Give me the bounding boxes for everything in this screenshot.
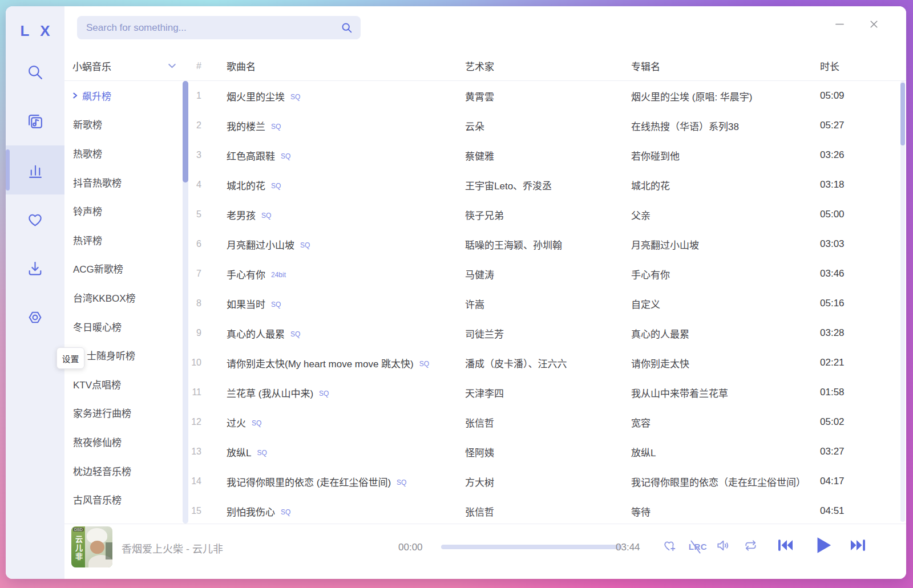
album-name: 我从山中来带着兰花草	[631, 386, 820, 400]
current-time: 00:00	[398, 542, 423, 553]
board-item-label: 熬夜修仙榜	[73, 435, 122, 449]
sidebar-item-settings[interactable]	[6, 293, 64, 342]
table-row[interactable]: 15别怕我伤心SQ张信哲等待04:51	[188, 496, 906, 524]
song-index: 11	[188, 387, 208, 398]
board-item[interactable]: ACG新歌榜	[64, 254, 183, 283]
now-playing-title: 香烟爱上火柴 - 云儿非	[122, 541, 223, 555]
board-item[interactable]: 新歌榜	[64, 110, 183, 139]
artist-name: 司徒兰芳	[465, 326, 631, 340]
board-item[interactable]: 抖音热歌榜	[64, 168, 183, 197]
artist-name: 方大树	[465, 475, 631, 489]
table-row[interactable]: 13放纵LSQ怪阿姨放纵L03:27	[188, 437, 906, 467]
volume-button[interactable]	[716, 538, 731, 553]
duration: 03:27	[820, 446, 906, 457]
song-name: 真心的人最累SQ	[208, 326, 465, 340]
lyrics-button[interactable]: LRC	[688, 540, 708, 553]
songs-scrollbar[interactable]	[900, 81, 905, 522]
sidebar-item-leaderboard[interactable]	[6, 145, 64, 194]
album-art[interactable]: 云儿非 DSD	[71, 526, 112, 567]
column-header-album: 专辑名	[631, 59, 820, 73]
app-logo: L X	[17, 14, 54, 47]
artist-name: 筷子兄弟	[465, 208, 631, 222]
board-item[interactable]: 熬夜修仙榜	[64, 427, 183, 456]
board-item[interactable]: KTV点唱榜	[64, 370, 183, 399]
previous-track-icon	[775, 536, 795, 555]
board-item[interactable]: 铃声榜	[64, 196, 183, 225]
sidebar-item-search[interactable]	[6, 47, 64, 96]
table-row[interactable]: 1烟火里的尘埃SQ黄霄雲烟火里的尘埃 (原唱: 华晨宇)05:09	[188, 81, 906, 111]
minimize-button[interactable]	[832, 17, 847, 31]
song-name: 请你别走太快(My heart move move 跳太快)SQ	[208, 356, 465, 370]
main-area: 小蜗音乐 # 歌曲名 艺术家 专辑名 时长 飙升榜新歌榜热歌榜抖音热歌榜铃声榜热…	[64, 6, 906, 579]
song-name: 手心有你24bit	[208, 267, 465, 281]
music-list-icon	[26, 112, 44, 130]
sidebar-item-music-list[interactable]	[6, 96, 64, 145]
minimize-icon	[834, 19, 845, 30]
song-index: 6	[188, 239, 208, 249]
progress-bar[interactable]	[441, 545, 622, 549]
song-index: 10	[188, 358, 208, 368]
sidebar-item-download[interactable]	[6, 244, 64, 293]
content-body: 飙升榜新歌榜热歌榜抖音热歌榜铃声榜热评榜ACG新歌榜台湾KKBOX榜冬日暖心榜士…	[64, 81, 906, 524]
song-name: 兰花草 (我从山中来)SQ	[208, 386, 465, 400]
table-row[interactable]: 7手心有你24bit马健涛手心有你03:46	[188, 259, 906, 289]
sidebar-item-favorites[interactable]	[6, 194, 64, 244]
duration: 03:18	[820, 179, 906, 190]
board-item-label: 古风音乐榜	[73, 492, 122, 506]
duration: 05:27	[820, 120, 906, 131]
quality-tag: SQ	[252, 419, 261, 427]
album-name: 手心有你	[631, 267, 820, 281]
app-window: L X	[6, 6, 906, 579]
table-row[interactable]: 14我记得你眼里的依恋 (走在红尘俗世间)SQ方大树我记得你眼里的依恋（走在红尘…	[188, 467, 906, 496]
table-row[interactable]: 4城北的花SQ王宇宙Leto、乔浚丞城北的花03:18	[188, 170, 906, 200]
songs-list: 1烟火里的尘埃SQ黄霄雲烟火里的尘埃 (原唱: 华晨宇)05:092我的楼兰SQ…	[188, 81, 906, 524]
artist-name: 张信哲	[465, 504, 631, 518]
board-item[interactable]: 家务进行曲榜	[64, 399, 183, 428]
song-title-text: 我的楼兰	[227, 121, 265, 132]
board-item[interactable]: 枕边轻音乐榜	[64, 456, 183, 485]
duration: 03:03	[820, 238, 906, 250]
song-name: 放纵LSQ	[208, 445, 465, 459]
album-art-face	[90, 541, 104, 554]
repeat-button[interactable]	[743, 538, 758, 553]
repeat-icon	[743, 538, 758, 553]
previous-button[interactable]	[775, 536, 795, 555]
table-row[interactable]: 12过火SQ张信哲宽容05:02	[188, 407, 906, 437]
next-button[interactable]	[849, 536, 868, 555]
table-row[interactable]: 9真心的人最累SQ司徒兰芳真心的人最累03:28	[188, 318, 906, 348]
boards-scrollbar[interactable]	[183, 81, 188, 524]
artist-name: 许嵩	[465, 297, 631, 311]
board-item[interactable]: 飙升榜	[64, 81, 183, 110]
table-row[interactable]: 11兰花草 (我从山中来)SQ天津李四我从山中来带着兰花草01:58	[188, 378, 906, 407]
favorite-button[interactable]	[662, 538, 677, 553]
songs-scrollbar-thumb[interactable]	[900, 83, 905, 145]
song-title-text: 老男孩	[227, 210, 256, 221]
source-select-label: 小蜗音乐	[72, 59, 111, 73]
search-icon[interactable]	[341, 22, 353, 34]
album-name: 我记得你眼里的依恋（走在红尘俗世间）	[631, 475, 820, 489]
table-row[interactable]: 2我的楼兰SQ云朵在线热搜（华语）系列3805:27	[188, 111, 906, 140]
source-select[interactable]: 小蜗音乐	[64, 51, 188, 80]
table-row[interactable]: 10请你别走太快(My heart move move 跳太快)SQ潘成（皮卡潘…	[188, 348, 906, 378]
quality-tag: 24bit	[271, 271, 286, 279]
search-bar[interactable]	[77, 16, 361, 39]
board-item[interactable]: 台湾KKBOX榜	[64, 283, 183, 312]
album-art-label: 云儿非	[73, 536, 84, 561]
topbar	[64, 6, 906, 51]
board-item[interactable]: 冬日暖心榜	[64, 312, 183, 341]
artist-name: 蔡健雅	[465, 148, 631, 163]
boards-scrollbar-thumb[interactable]	[183, 81, 188, 183]
board-item[interactable]: 古风音乐榜	[64, 485, 183, 514]
table-row[interactable]: 6月亮翻过小山坡SQ聒噪的王海颖、孙圳翰月亮翻过小山坡03:03	[188, 229, 906, 259]
table-row[interactable]: 5老男孩SQ筷子兄弟父亲05:00	[188, 200, 906, 229]
board-item[interactable]: 热评榜	[64, 225, 183, 254]
search-input[interactable]	[85, 22, 341, 34]
favorite-heart-plus-icon	[662, 538, 677, 553]
close-button[interactable]	[866, 17, 881, 31]
duration: 03:28	[820, 327, 906, 339]
play-button[interactable]	[811, 533, 835, 557]
song-index: 4	[188, 180, 208, 190]
table-row[interactable]: 3红色高跟鞋SQ蔡健雅若你碰到他03:26	[188, 140, 906, 170]
table-row[interactable]: 8如果当时SQ许嵩自定义05:16	[188, 289, 906, 318]
board-item[interactable]: 热歌榜	[64, 139, 183, 168]
